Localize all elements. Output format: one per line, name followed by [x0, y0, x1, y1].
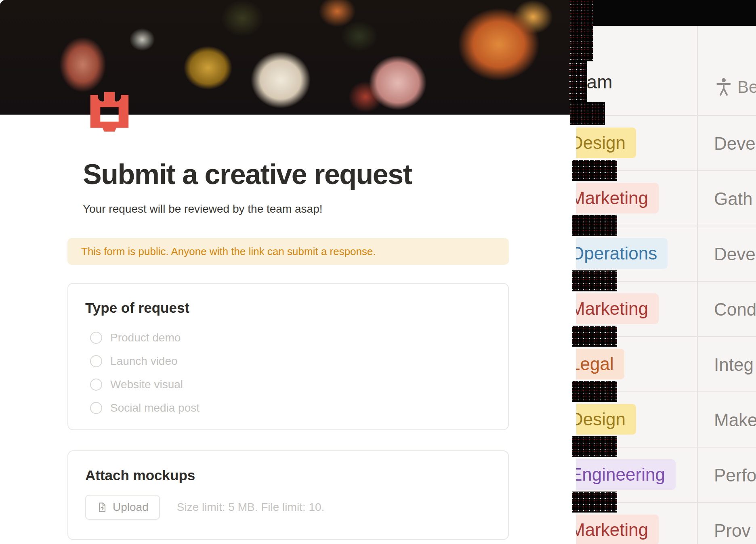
task-cell[interactable]: Cond [714, 282, 756, 337]
radio-option-label: Product demo [110, 331, 181, 344]
column-header-label: Be [737, 77, 756, 97]
attach-mockups-card: Attach mockups Upload Size limit: 5 MB. … [67, 450, 509, 540]
glitch-artifact [570, 0, 593, 61]
radio-circle-icon[interactable] [90, 355, 102, 367]
glitch-artifact [570, 102, 605, 125]
radio-option-social-media-post[interactable]: Social media post [90, 402, 491, 414]
upload-button-label: Upload [113, 501, 149, 514]
task-cell[interactable]: Perfo [714, 448, 756, 503]
glitch-artifact [572, 215, 617, 236]
task-cell[interactable]: Prov [714, 503, 750, 544]
public-form-notice-text: This form is public. Anyone with the lin… [81, 245, 376, 258]
team-tag[interactable]: Design [573, 128, 636, 158]
window-backdrop [585, 0, 756, 26]
file-upload-icon [97, 502, 108, 513]
team-tag[interactable]: Marketing [573, 293, 659, 324]
team-tag[interactable]: Engineering [573, 459, 676, 490]
task-cell[interactable]: Deve [714, 226, 756, 282]
upload-row: Upload Size limit: 5 MB. File limit: 10. [85, 495, 491, 520]
glitch-artifact [572, 326, 617, 347]
radio-option-label: Website visual [110, 378, 183, 391]
radio-option-label: Social media post [110, 402, 200, 414]
team-tag[interactable]: Operations [573, 238, 668, 269]
upload-button[interactable]: Upload [85, 495, 160, 520]
form-logo-icon [86, 90, 133, 132]
team-tag[interactable]: Legal [573, 349, 624, 379]
page-subtitle: Your request will be reviewed by the tea… [83, 203, 323, 216]
glitch-artifact [569, 61, 587, 102]
task-cell[interactable]: Integ [714, 337, 754, 392]
radio-group: Product demo Launch video Website visual… [85, 331, 491, 414]
radio-option-product-demo[interactable]: Product demo [90, 331, 491, 344]
glitch-artifact [572, 270, 617, 291]
page-title: Submit a creative request [83, 158, 412, 190]
radio-option-website-visual[interactable]: Website visual [90, 378, 491, 391]
person-icon [716, 77, 732, 98]
glitch-artifact [572, 160, 617, 181]
radio-circle-icon[interactable] [90, 402, 102, 414]
column-header-second[interactable]: Be [716, 77, 756, 98]
glitch-artifact [572, 381, 617, 402]
type-of-request-card: Type of request Product demo Launch vide… [67, 283, 509, 430]
team-tag[interactable]: Marketing [573, 515, 659, 544]
task-cell[interactable]: Gath [714, 171, 752, 226]
public-form-notice: This form is public. Anyone with the lin… [67, 238, 509, 265]
radio-option-launch-video[interactable]: Launch video [90, 355, 491, 368]
glitch-artifact [572, 492, 617, 513]
attach-mockups-heading: Attach mockups [85, 467, 491, 483]
team-tag[interactable]: Marketing [573, 183, 659, 213]
radio-circle-icon[interactable] [90, 332, 102, 344]
radio-option-label: Launch video [110, 355, 178, 368]
radio-circle-icon[interactable] [90, 379, 102, 391]
screen: Team Be Design Deve Marketing Gath Opera… [0, 0, 756, 544]
form-card: Submit a creative request Your request w… [0, 0, 576, 544]
task-cell[interactable]: Make [714, 392, 756, 448]
team-tag[interactable]: Design [573, 404, 636, 435]
task-cell[interactable]: Deve [714, 116, 756, 171]
glitch-artifact [572, 436, 617, 457]
type-of-request-heading: Type of request [85, 300, 491, 316]
upload-helper-text: Size limit: 5 MB. File limit: 10. [177, 501, 325, 514]
